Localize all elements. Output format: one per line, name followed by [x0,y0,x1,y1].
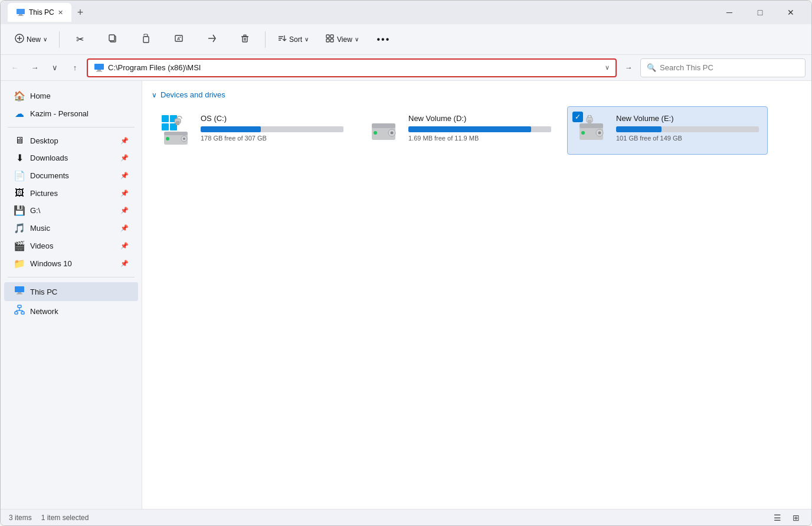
sidebar: 🏠 Home ☁ Kazim - Personal 🖥 Desktop 📌 ⬇ … [1,81,142,509]
sidebar-divider-1 [8,127,135,128]
tab-close-btn[interactable]: ✕ [58,9,63,17]
sidebar-item-music[interactable]: 🎵 Music 📌 [4,220,138,237]
search-input[interactable] [660,63,799,72]
sidebar-item-desktop[interactable]: 🖥 Desktop 📌 [4,132,138,149]
refresh-button[interactable]: → [620,60,637,76]
tab-title: This PC [29,8,54,17]
sidebar-item-documents[interactable]: 📄 Documents 📌 [4,167,138,184]
share-svg-icon [207,34,217,43]
svg-point-60 [581,131,585,135]
drive-card-c[interactable]: OS (C:) 178 GB free of 307 GB [152,106,352,155]
devices-section-header[interactable]: ∨ Devices and drives [152,90,802,99]
folder-icon: 📁 [14,258,25,269]
sidebar-item-this-pc[interactable]: This PC [4,282,138,301]
grid-view-button[interactable]: ⊞ [789,511,803,525]
sidebar-item-onedrive[interactable]: ☁ Kazim - Personal [4,105,138,122]
pin-icon-documents: 📌 [120,172,129,179]
view-chevron: ∨ [355,36,359,43]
search-icon: 🔍 [647,63,656,72]
sidebar-item-home[interactable]: 🏠 Home [4,87,138,104]
svg-rect-13 [179,37,181,38]
cut-icon: ✂ [76,34,84,45]
pin-icon-desktop: 📌 [120,137,129,145]
more-button[interactable]: ••• [368,27,399,53]
recent-button[interactable]: ∨ [47,60,63,76]
new-button[interactable]: New ∨ [8,27,54,53]
sort-button[interactable]: Sort ∨ [270,27,316,53]
address-chevron[interactable]: ∨ [605,64,610,71]
status-bar: 3 items 1 item selected ☰ ⊞ [1,509,811,525]
svg-rect-35 [21,312,24,314]
network-icon-svg [14,305,25,315]
sidebar-item-g[interactable]: 💾 G:\ 📌 [4,202,138,219]
svg-rect-15 [243,37,247,42]
address-path: C:\Program Files (x86)\MSI [108,63,605,72]
sidebar-item-windows10[interactable]: 📁 Windows 10 📌 [4,255,138,272]
delete-button[interactable] [230,27,260,53]
pin-icon-downloads: 📌 [120,154,129,162]
pc-icon-svg [14,285,25,296]
sidebar-windows10-label: Windows 10 [30,259,116,268]
svg-rect-52 [372,123,395,128]
rename-button[interactable]: A [163,27,194,53]
drive-card-e[interactable]: ✓ [567,106,768,155]
drive-name-e: New Volume (E:) [616,114,759,123]
list-view-button[interactable]: ☰ [770,511,784,525]
search-bar[interactable]: 🔍 [640,58,806,77]
sidebar-pictures-label: Pictures [30,189,116,198]
svg-rect-42 [162,123,169,130]
g-drive-icon: 💾 [14,205,25,216]
close-btn[interactable]: ✕ [777,3,804,22]
music-icon: 🎵 [14,223,25,234]
svg-rect-23 [326,35,329,38]
svg-rect-45 [164,132,188,135]
sidebar-videos-label: Videos [30,241,116,250]
view-icon [325,34,335,45]
desktop-icon: 🖥 [14,135,25,146]
plus-circle-icon [15,34,24,43]
svg-rect-7 [109,35,114,41]
copy-svg-icon [108,34,117,43]
sidebar-item-videos[interactable]: 🎬 Videos 📌 [4,237,138,254]
home-icon: 🏠 [14,90,25,102]
tab-this-pc[interactable]: This PC ✕ [8,3,71,22]
this-pc-icon [14,285,25,298]
view-svg-icon [325,34,335,43]
hdd-icon-c [162,115,192,146]
cut-button[interactable]: ✂ [64,27,95,53]
hdd-icon-d [369,115,400,146]
address-bar[interactable]: C:\Program Files (x86)\MSI ∨ [87,58,617,77]
address-bar-wrapper: C:\Program Files (x86)\MSI ∨ [87,58,617,77]
sidebar-item-downloads[interactable]: ⬇ Downloads 📌 [4,149,138,166]
sort-chevron: ∨ [304,36,309,43]
hdd-icon-e [577,115,608,146]
view-button[interactable]: View ∨ [318,27,366,53]
separator-2 [265,31,266,48]
paste-icon [141,34,150,45]
new-tab-btn[interactable]: + [74,5,87,20]
paste-button[interactable] [130,27,161,53]
sort-svg-icon [277,34,287,43]
maximize-btn[interactable]: □ [746,3,774,22]
back-button[interactable]: ← [6,60,23,76]
pin-icon-videos: 📌 [120,242,129,250]
pictures-icon: 🖼 [14,188,25,198]
drive-bar-bg-d [408,126,551,132]
drive-info-e: New Volume (E:) 101 GB free of 149 GB [616,114,759,142]
up-button[interactable]: ↑ [67,60,83,76]
copy-button[interactable] [97,27,128,53]
drive-info-c: OS (C:) 178 GB free of 307 GB [201,114,343,142]
forward-button[interactable]: → [27,60,43,76]
more-icon: ••• [376,34,390,45]
section-chevron: ∨ [152,91,157,99]
sidebar-item-network[interactable]: Network [4,302,138,321]
drive-bar-fill-e [616,126,662,132]
minimize-btn[interactable]: ─ [716,3,743,22]
drive-size-e: 101 GB free of 149 GB [616,135,759,142]
sidebar-item-pictures[interactable]: 🖼 Pictures 📌 [4,185,138,201]
drive-bar-fill-c [201,126,261,132]
sidebar-downloads-label: Downloads [30,153,116,162]
drive-card-d[interactable]: New Volume (D:) 1.69 MB free of 11.9 MB [359,106,560,155]
status-bar-right: ☰ ⊞ [770,511,803,525]
share-button[interactable] [197,27,227,53]
